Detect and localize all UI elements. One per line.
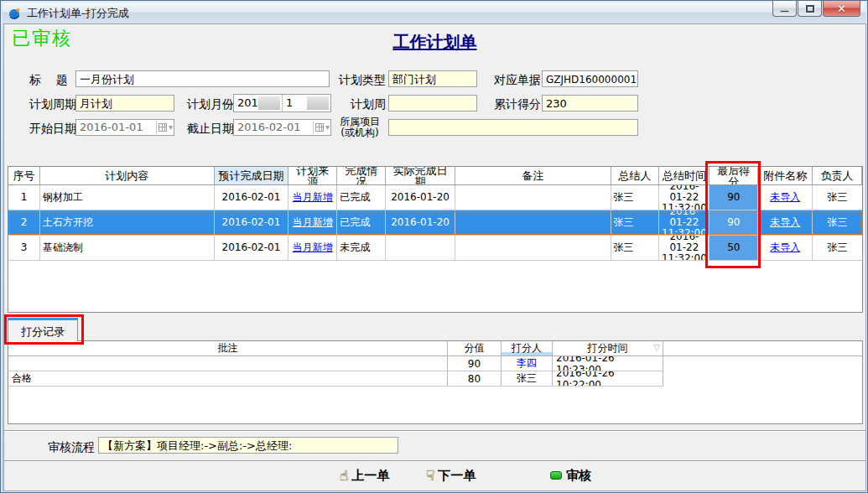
minimize-button[interactable]: [772, 1, 797, 17]
score-table-header[interactable]: 批注 分值 打分人 打分时间 ▽: [8, 341, 862, 356]
cell-remark[interactable]: [455, 210, 611, 235]
cell-summary-time[interactable]: 2016-01-22 11:32:00: [659, 185, 709, 210]
plan-month-value[interactable]: 1: [283, 95, 330, 112]
cell-summary-time[interactable]: 2016-01-22 11:32:00: [659, 236, 709, 260]
cell-final-score[interactable]: 90: [709, 210, 758, 235]
col-remark[interactable]: 备注: [455, 167, 611, 184]
review-flow-field[interactable]: 【新方案】项目经理:->副总:->总经理:: [98, 437, 398, 454]
cell-owner[interactable]: 张三: [813, 210, 862, 235]
cell-status[interactable]: 已完成: [337, 210, 386, 235]
cell-status[interactable]: 已完成: [337, 185, 386, 210]
plan-table: 序号 计划内容 预计完成日期 计划来源 完成情况 实际完成日期 备注 总结人 总…: [8, 166, 863, 313]
attachment-link[interactable]: 未导入: [770, 217, 800, 228]
end-date-value: 2016-02-01: [237, 120, 301, 135]
cell-expected-date[interactable]: 2016-02-01: [215, 236, 289, 260]
cell-comment[interactable]: [8, 356, 448, 371]
previous-doc-button[interactable]: ☝ 上一单: [340, 465, 389, 485]
year-spin-track[interactable]: [258, 96, 280, 110]
col-expected-date[interactable]: 预计完成日期: [215, 167, 289, 184]
cell-expected-date[interactable]: 2016-02-01: [215, 185, 289, 210]
table-row[interactable]: 3 基础浇制 2016-02-01 当月新增 未完成 张三 2016-01-22…: [8, 236, 862, 261]
col-no[interactable]: 序号: [8, 167, 40, 184]
cell-no[interactable]: 3: [8, 236, 40, 260]
col-summarizer[interactable]: 总结人: [611, 167, 660, 184]
end-date-picker[interactable]: 2016-02-01 ▾: [233, 119, 331, 136]
cell-summarizer[interactable]: 张三: [611, 236, 660, 260]
cell-remark[interactable]: [455, 236, 611, 260]
col-owner[interactable]: 负责人: [813, 167, 862, 184]
score-row[interactable]: 90 李四 2016-01-26 10:23:00: [8, 356, 663, 371]
cell-no[interactable]: 2: [8, 210, 40, 235]
cell-status[interactable]: 未完成: [337, 236, 386, 260]
cell-owner[interactable]: 张三: [813, 185, 862, 210]
attachment-link[interactable]: 未导入: [770, 242, 800, 253]
cell-summarizer[interactable]: 张三: [611, 185, 660, 210]
cell-expected-date[interactable]: 2016-02-01: [215, 210, 289, 235]
plan-year-value[interactable]: 2016: [234, 95, 283, 112]
cell-summarizer[interactable]: 张三: [611, 210, 660, 235]
cell-actual-date[interactable]: 2016-01-20: [386, 210, 455, 235]
plan-table-header[interactable]: 序号 计划内容 预计完成日期 计划来源 完成情况 实际完成日期 备注 总结人 总…: [8, 167, 862, 185]
close-button[interactable]: ✕: [823, 1, 860, 17]
table-row-selected[interactable]: 2 土石方开挖 2016-02-01 当月新增 已完成 2016-01-20 张…: [8, 210, 862, 236]
cell-summary-time[interactable]: 2016-01-22 11:32:00: [659, 210, 709, 235]
cell-content[interactable]: 土石方开挖: [40, 210, 215, 235]
calendar-dropdown-icon[interactable]: ▾: [156, 121, 173, 134]
table-row[interactable]: 1 钢材加工 2016-02-01 当月新增 已完成 2016-01-20 张三…: [8, 185, 862, 210]
next-doc-button[interactable]: ☟ 下一单: [426, 465, 476, 485]
attachment-link[interactable]: 未导入: [770, 192, 800, 203]
col-attachment[interactable]: 附件名称: [758, 167, 813, 184]
cell-no[interactable]: 1: [8, 185, 40, 210]
plan-cycle-field[interactable]: 月计划: [75, 95, 174, 112]
col-final-score[interactable]: 最后得分: [709, 167, 758, 184]
cell-remark[interactable]: [455, 185, 611, 210]
col-comment[interactable]: 批注: [8, 341, 448, 355]
col-actual-date[interactable]: 实际完成日期: [386, 167, 455, 184]
source-link[interactable]: 当月新增: [293, 242, 333, 253]
col-source[interactable]: 计划来源: [288, 167, 337, 184]
plan-week-field[interactable]: [388, 95, 477, 112]
cell-scorer[interactable]: 李四: [502, 356, 553, 371]
col-score[interactable]: 分值: [448, 341, 502, 355]
audit-button[interactable]: 审核: [550, 465, 591, 485]
cell-content[interactable]: 钢材加工: [40, 185, 215, 210]
col-score-time[interactable]: 打分时间 ▽: [553, 341, 663, 355]
source-link[interactable]: 当月新增: [293, 217, 333, 228]
sort-descending-icon[interactable]: ▽: [653, 343, 660, 352]
score-row[interactable]: 合格 80 张三 2016-01-26 10:22:00: [8, 371, 663, 387]
plan-month-spinner[interactable]: 2016 1: [233, 94, 331, 112]
plan-cycle-label: 计划周期: [29, 97, 76, 112]
title-bar[interactable]: 工作计划单-打分完成 ✕: [3, 3, 865, 23]
form-client-area: 已审核 工作计划单 标 题 一月份计划 计划类型 部门计划 对应单据 GZJHD…: [3, 23, 866, 491]
col-summary-time[interactable]: 总结时间: [659, 167, 709, 184]
start-date-picker[interactable]: 2016-01-01 ▾: [75, 119, 174, 136]
cell-score-time[interactable]: 2016-01-26 10:23:00: [553, 356, 663, 371]
col-scorer[interactable]: 打分人: [502, 341, 553, 355]
ref-doc-field[interactable]: GZJHD160000001: [542, 70, 638, 87]
hand-down-icon: ☟: [426, 469, 434, 483]
cell-actual-date[interactable]: 2016-01-20: [386, 185, 455, 210]
cell-content[interactable]: 基础浇制: [40, 236, 215, 260]
cell-comment[interactable]: 合格: [8, 371, 448, 386]
col-status[interactable]: 完成情况: [337, 167, 386, 184]
month-spin-track[interactable]: [307, 96, 329, 110]
total-score-field[interactable]: 230: [542, 95, 638, 112]
title-field[interactable]: 一月份计划: [75, 70, 330, 87]
cell-scorer[interactable]: 张三: [502, 371, 553, 386]
col-content[interactable]: 计划内容: [40, 167, 215, 184]
source-link[interactable]: 当月新增: [293, 192, 333, 203]
cell-score-time[interactable]: 2016-01-26 10:22:00: [553, 371, 663, 386]
cell-actual-date[interactable]: [386, 236, 455, 260]
cell-score[interactable]: 90: [448, 356, 502, 371]
tab-score-records[interactable]: 打分记录: [8, 318, 78, 341]
calendar-dropdown-icon[interactable]: ▾: [313, 121, 330, 134]
cell-final-score[interactable]: 90: [709, 185, 758, 210]
page-title: 工作计划单: [4, 31, 865, 54]
cell-final-score[interactable]: 50: [709, 236, 758, 260]
maximize-button[interactable]: [798, 1, 822, 17]
plan-type-field[interactable]: 部门计划: [388, 70, 477, 87]
cell-score[interactable]: 80: [448, 371, 502, 386]
project-field[interactable]: [388, 119, 638, 136]
plan-type-label: 计划类型: [337, 73, 386, 88]
cell-owner[interactable]: 张三: [813, 236, 862, 260]
